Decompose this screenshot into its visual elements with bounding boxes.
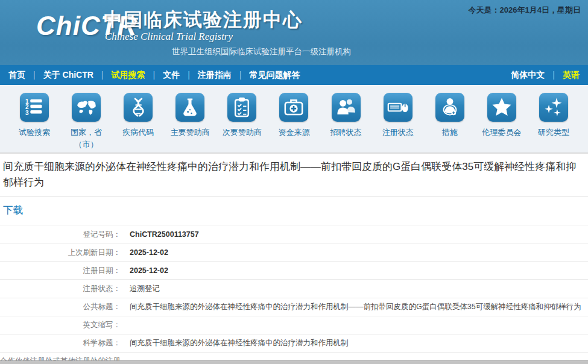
row-value: 间充质干细胞来源的外泌体在神经性疼痛中的治疗潜力和作用机制——前扣带回皮质的G蛋… [121,298,588,316]
doctor-icon [435,93,464,122]
row-label: 英文缩写： [0,316,121,334]
toolbar-label: 招聘状态 [330,127,362,139]
row-label: 科学标题： [0,334,121,352]
toolbar-item-registration-status[interactable]: 注册状态 [373,93,423,152]
trial-detail-table: 登记号码： ChiCTR2500113757 上次刷新日期： 2025-12-0… [0,225,588,364]
toolbar-label: 主要赞助商 [171,127,210,139]
toolbar-item-study-type[interactable]: 研究类型 [529,93,578,152]
row-value: 2025-12-02 [121,243,588,261]
nav-item-registration-guide[interactable]: 注册指南 [198,70,250,81]
download-link[interactable]: 下载 [3,204,23,215]
dna-icon [124,93,153,122]
main-nav: 首页 关于 ChiCTR 试用搜索 文件 注册指南 常见问题解答 简体中文 英语 [0,65,588,85]
toolbar-item-trial-search[interactable]: 123 试验搜索 [10,93,59,152]
table-row-last-refreshed: 上次刷新日期： 2025-12-02 [0,243,588,261]
keyboard-mouse-icon [384,93,413,122]
nav-item-trial-search[interactable]: 试用搜索 [112,70,163,81]
site-subtitle: 世界卫生组织国际临床试验注册平台一级注册机构 [172,46,351,57]
download-bar: 下载 [0,196,588,225]
nav-item-home[interactable]: 首页 [8,70,43,81]
toolbar-label: 次要赞助商 [223,127,262,139]
row-label: 注册日期： [0,262,121,279]
table-row-public-title: 公共标题： 间充质干细胞来源的外泌体在神经性疼痛中的治疗潜力和作用机制——前扣带… [0,298,588,316]
chictr-page: ChiCTR 中国临床试验注册中心 Chinese Clinical Trial… [0,0,588,364]
nav-item-about-chictr[interactable]: 关于 ChiCTR [43,70,112,81]
flask-icon [175,93,204,122]
people-icon [332,93,361,122]
toolbar-item-disease-code[interactable]: 疾病代码 [113,93,163,152]
sparkles-icon [539,93,568,122]
table-row-registration-date: 注册日期： 2025-12-02 [0,261,588,279]
toolbar-item-secondary-sponsor[interactable]: 次要赞助商 [217,93,267,152]
lang-simplified-chinese[interactable]: 简体中文 [511,70,563,81]
row-value: 追溯登记 [121,280,588,297]
toolbar-item-ethics-committee[interactable]: 伦理委员会 [477,93,526,152]
toolbar-label: 措施 [442,127,458,139]
table-row-registration-status: 注册状态： 追溯登记 [0,279,588,297]
toolbar-label: 试验搜索 [19,127,50,139]
toolbar-label: 国家，省（市） [69,127,104,151]
toolbar-item-country-province[interactable]: 国家，省（市） [62,93,111,152]
table-row-registration-number: 登记号码： ChiCTR2500113757 [0,225,588,243]
site-title-english: Chinese Clinical Trial Registry [105,31,233,43]
nav-links: 首页 关于 ChiCTR 试用搜索 文件 注册指南 常见问题解答 [8,70,300,81]
toolbar-label: 疾病代码 [122,127,154,139]
toolbar-item-recruitment-status[interactable]: 招聘状态 [321,93,371,152]
svg-text:3: 3 [25,110,29,116]
current-date: 今天是：2026年1月4日，星期日 [469,5,581,16]
toolbar-label: 资金来源 [278,127,309,139]
toolbar-label: 注册状态 [382,127,414,139]
nav-item-documents[interactable]: 文件 [163,70,198,81]
row-label: 上次刷新日期： [0,243,121,261]
row-value: 2025-12-02 [121,262,588,279]
clipboard-checklist-icon [227,93,256,122]
numbered-list-icon: 123 [20,93,49,122]
toolbar-label: 研究类型 [538,127,569,139]
row-label: 公共标题： [0,298,121,316]
row-value [121,316,588,334]
toolbar-item-primary-sponsor[interactable]: 主要赞助商 [165,93,215,152]
trial-title: 间充质干细胞来源的外泌体在神经性疼痛中的治疗潜力和作用机制——前扣带回皮质的G蛋… [0,153,588,196]
toolbar-item-funding-source[interactable]: 资金来源 [269,93,318,152]
search-filter-toolbar: 123 试验搜索 国家，省（市） 疾病代码 主要赞助商 [0,85,588,153]
site-title-chinese: 中国临床试验注册中心 [104,7,303,33]
row-value: 间充质干细胞来源的外泌体在神经性疼痛中的治疗潜力和作用机制 [121,334,588,352]
toolbar-label: 伦理委员会 [482,127,521,139]
nav-item-faq[interactable]: 常见问题解答 [249,70,300,81]
star-icon [487,93,516,122]
site-header: ChiCTR 中国临床试验注册中心 Chinese Clinical Trial… [0,0,588,65]
first-aid-kit-icon [279,93,308,122]
row-label: 登记号码： [0,225,121,243]
world-map-icon [72,93,101,122]
language-switcher: 简体中文 英语 [511,70,580,81]
bottom-divider [0,360,588,364]
table-row-english-acronym: 英文缩写： [0,316,588,334]
lang-english[interactable]: 英语 [563,70,580,81]
row-value: ChiCTR2500113757 [121,225,588,243]
row-label: 注册状态： [0,280,121,297]
toolbar-item-measures[interactable]: 措施 [425,93,475,152]
table-row-scientific-title: 科学标题： 间充质干细胞来源的外泌体在神经性疼痛中的治疗潜力和作用机制 [0,334,588,352]
